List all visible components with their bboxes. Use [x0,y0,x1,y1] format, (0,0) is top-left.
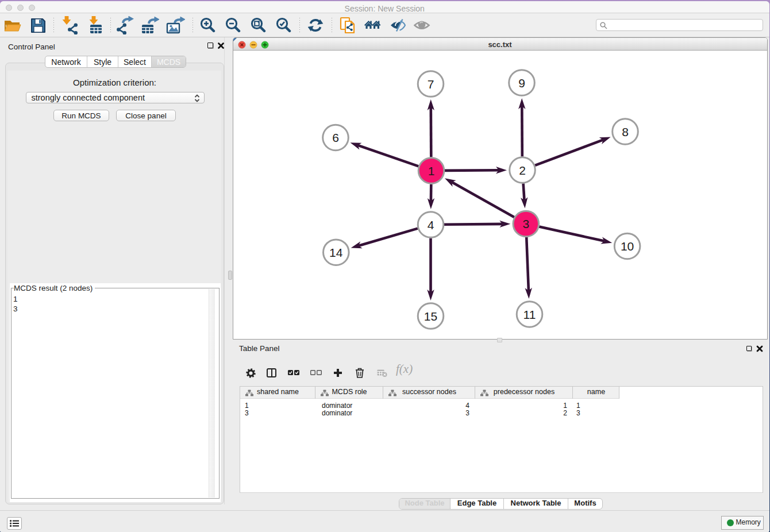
svg-text:14: 14 [329,246,343,259]
svg-text:6: 6 [332,131,339,144]
svg-text:3: 3 [522,217,529,230]
svg-text:10: 10 [621,240,634,253]
svg-text:2: 2 [519,164,526,177]
svg-text:15: 15 [424,310,437,323]
svg-text:1: 1 [428,164,435,178]
svg-text:4: 4 [428,218,434,232]
svg-text:9: 9 [518,76,525,90]
svg-text:8: 8 [622,125,629,138]
svg-text:11: 11 [523,308,536,321]
svg-text:7: 7 [428,78,434,91]
